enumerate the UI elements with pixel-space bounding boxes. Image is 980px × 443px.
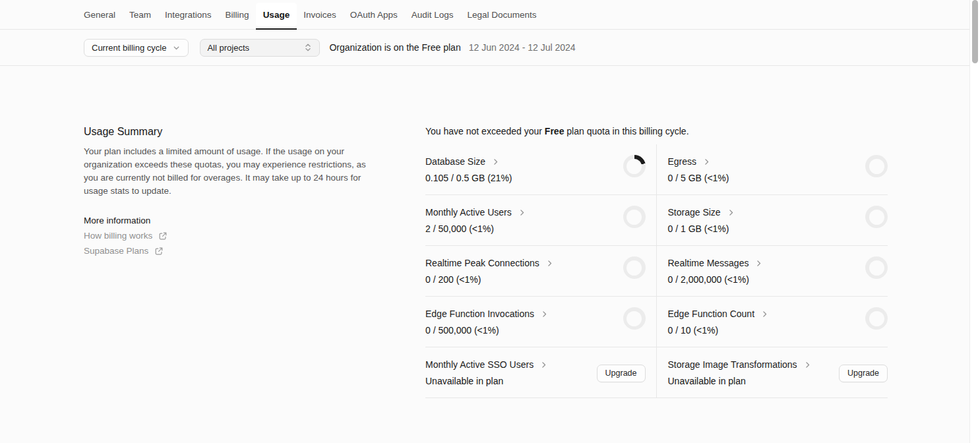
billing-cycle-dropdown[interactable]: Current billing cycle <box>84 39 189 57</box>
usage-donut-chart <box>865 256 888 279</box>
how-billing-works-link[interactable]: How billing works <box>84 231 168 241</box>
usage-donut-chart <box>623 206 646 228</box>
billing-cycle-label: Current billing cycle <box>92 43 166 53</box>
metric-edge-function-count: Edge Function Count 0 / 10 (<1%) <box>657 297 888 347</box>
metric-label: Database Size <box>425 155 485 168</box>
usage-donut-chart <box>865 206 888 228</box>
tab-oauth-apps[interactable]: OAuth Apps <box>350 0 398 29</box>
metric-value: 0 / 5 GB (<1%) <box>668 171 729 185</box>
chevron-right-icon <box>754 259 763 268</box>
metric-monthly-active-sso-users: Monthly Active SSO Users Unavailable in … <box>425 347 657 398</box>
metric-monthly-active-users-link[interactable]: Monthly Active Users <box>425 206 526 219</box>
metric-label: Realtime Peak Connections <box>425 256 539 270</box>
metric-label: Storage Image Transformations <box>668 358 797 371</box>
usage-donut-chart <box>865 307 888 330</box>
metric-value: Unavailable in plan <box>425 374 548 388</box>
quota-status-message: You have not exceeded your Free plan quo… <box>425 126 888 136</box>
how-billing-works-label: How billing works <box>84 231 152 241</box>
upgrade-button[interactable]: Upgrade <box>839 365 888 382</box>
usage-summary-title: Usage Summary <box>84 126 387 138</box>
metric-realtime-messages: Realtime Messages 0 / 2,000,000 (<1%) <box>657 246 888 297</box>
metric-value: 2 / 50,000 (<1%) <box>425 222 526 236</box>
metric-value: 0 / 200 (<1%) <box>425 272 554 287</box>
metric-storage-image-transformations: Storage Image Transformations Unavailabl… <box>657 347 888 398</box>
tab-audit-logs[interactable]: Audit Logs <box>412 0 454 29</box>
tab-usage[interactable]: Usage <box>263 0 290 29</box>
metric-value: 0.105 / 0.5 GB (21%) <box>425 171 512 185</box>
chevron-right-icon <box>727 208 735 217</box>
metric-storage-image-transformations-link[interactable]: Storage Image Transformations <box>668 358 812 371</box>
tab-integrations[interactable]: Integrations <box>165 0 212 29</box>
usage-summary-panel: Usage Summary Your plan includes a limit… <box>84 126 425 398</box>
metric-label: Monthly Active SSO Users <box>425 358 534 371</box>
metric-egress-link[interactable]: Egress <box>668 155 712 168</box>
chevron-right-icon <box>491 158 500 166</box>
settings-tabbar: General Team Integrations Billing Usage … <box>0 0 969 30</box>
plan-name: Free plan <box>422 42 461 53</box>
metric-realtime-peak-connections: Realtime Peak Connections 0 / 200 (<1%) <box>425 246 657 297</box>
metric-storage-size: Storage Size 0 / 1 GB (<1%) <box>657 195 888 246</box>
metric-label: Edge Function Invocations <box>425 307 534 320</box>
usage-metrics-panel: You have not exceeded your Free plan quo… <box>425 126 888 398</box>
metric-egress: Egress 0 / 5 GB (<1%) <box>657 144 888 195</box>
metric-realtime-messages-link[interactable]: Realtime Messages <box>668 256 764 270</box>
chevrons-up-down-icon <box>303 43 313 52</box>
upgrade-button[interactable]: Upgrade <box>597 365 646 382</box>
usage-content: Usage Summary Your plan includes a limit… <box>0 66 969 398</box>
metric-monthly-active-sso-users-link[interactable]: Monthly Active SSO Users <box>425 358 548 371</box>
metric-monthly-active-users: Monthly Active Users 2 / 50,000 (<1%) <box>425 195 657 246</box>
projects-select[interactable]: All projects <box>200 39 320 57</box>
projects-select-value: All projects <box>207 43 249 53</box>
metric-value: 0 / 2,000,000 (<1%) <box>668 272 764 287</box>
metric-label: Edge Function Count <box>668 307 755 320</box>
metric-label: Monthly Active Users <box>425 206 512 219</box>
chevron-right-icon <box>760 310 769 318</box>
chevron-right-icon <box>540 310 549 318</box>
chevron-right-icon <box>539 361 548 369</box>
billing-period-dates: 12 Jun 2024 - 12 Jul 2024 <box>469 42 576 53</box>
chevron-right-icon <box>518 208 526 217</box>
usage-filter-bar: Current billing cycle All projects Organ… <box>0 30 969 66</box>
more-information-heading: More information <box>84 216 387 225</box>
scrollbar[interactable] <box>969 0 980 443</box>
metric-label: Storage Size <box>668 206 721 219</box>
external-link-icon <box>158 231 168 241</box>
external-link-icon <box>154 247 164 256</box>
supabase-plans-label: Supabase Plans <box>84 246 148 256</box>
metric-realtime-peak-connections-link[interactable]: Realtime Peak Connections <box>425 256 554 270</box>
chevron-right-icon <box>545 259 554 268</box>
tab-invoices[interactable]: Invoices <box>303 0 336 29</box>
metric-edge-function-count-link[interactable]: Edge Function Count <box>668 307 770 320</box>
usage-donut-chart <box>865 155 888 177</box>
tab-general[interactable]: General <box>84 0 115 29</box>
tab-billing[interactable]: Billing <box>226 0 249 29</box>
usage-summary-description: Your plan includes a limited amount of u… <box>84 145 382 198</box>
metric-value: 0 / 1 GB (<1%) <box>668 222 735 236</box>
chevron-right-icon <box>803 361 812 369</box>
tab-legal-documents[interactable]: Legal Documents <box>468 0 537 29</box>
chevron-down-icon <box>172 44 181 52</box>
metric-value: 0 / 10 (<1%) <box>668 323 770 338</box>
metric-value: Unavailable in plan <box>668 374 812 388</box>
metric-edge-function-invocations: Edge Function Invocations 0 / 500,000 (<… <box>425 297 657 347</box>
metric-edge-function-invocations-link[interactable]: Edge Function Invocations <box>425 307 549 320</box>
supabase-plans-link[interactable]: Supabase Plans <box>84 246 164 256</box>
chevron-right-icon <box>702 158 711 166</box>
metric-database-size-link[interactable]: Database Size <box>425 155 500 168</box>
usage-donut-chart <box>623 256 646 279</box>
plan-name: Free <box>545 126 565 136</box>
metric-value: 0 / 500,000 (<1%) <box>425 323 549 338</box>
metric-label: Egress <box>668 155 697 168</box>
tab-team[interactable]: Team <box>129 0 151 29</box>
metric-label: Realtime Messages <box>668 256 749 270</box>
usage-donut-chart <box>623 307 646 330</box>
usage-metrics-grid: Database Size 0.105 / 0.5 GB (21%) Egres… <box>425 144 888 398</box>
plan-status-text: Organization is on the Free plan <box>329 42 460 53</box>
usage-donut-chart <box>623 155 646 177</box>
metric-database-size: Database Size 0.105 / 0.5 GB (21%) <box>425 144 657 195</box>
scrollbar-thumb[interactable] <box>972 0 978 63</box>
usage-settings-page: General Team Integrations Billing Usage … <box>0 0 969 443</box>
metric-storage-size-link[interactable]: Storage Size <box>668 206 735 219</box>
